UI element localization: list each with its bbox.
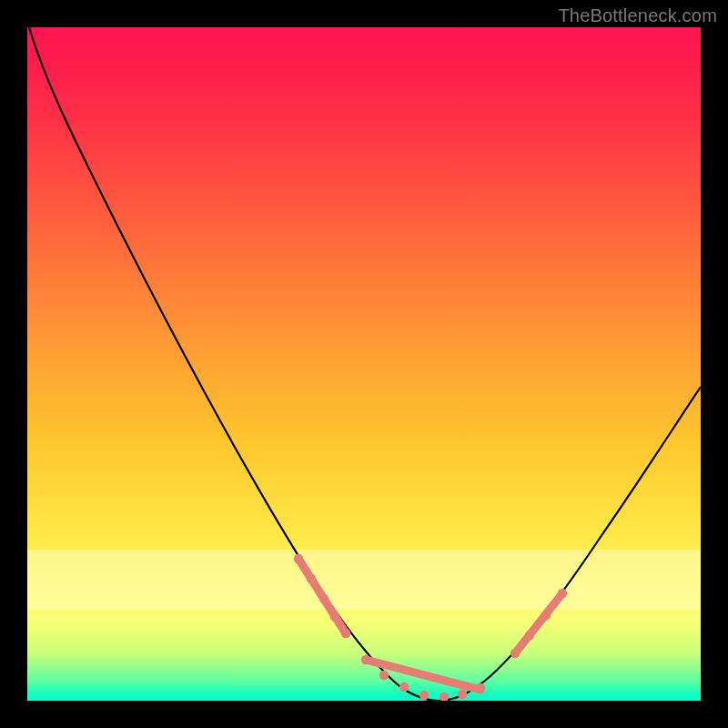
- chart-stage: TheBottleneck.com: [0, 0, 728, 728]
- watermark-text: TheBottleneck.com: [558, 5, 717, 26]
- highlight-band: [27, 550, 701, 611]
- plot-area: [27, 27, 701, 701]
